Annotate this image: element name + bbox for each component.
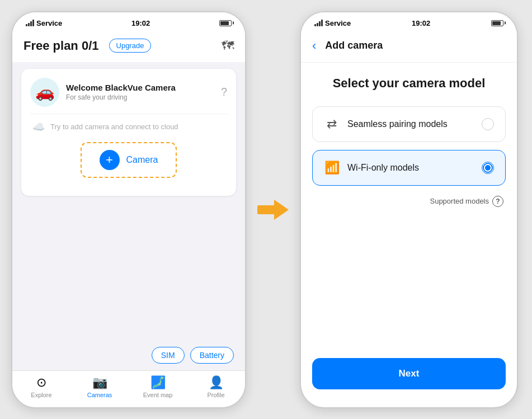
wifi-icon: 📶 xyxy=(324,161,340,175)
status-bar-1: Service 19:02 xyxy=(12,12,245,32)
add-camera-area: + Camera xyxy=(30,133,227,187)
welcome-left: 🚗 Welcome BlackVue Camera For safe your … xyxy=(30,78,176,107)
carrier-signal-1: Service xyxy=(26,19,62,27)
option-wifi[interactable]: 📶 Wi-Fi-only models xyxy=(312,150,506,186)
welcome-text: Welcome BlackVue Camera For safe your dr… xyxy=(66,83,176,101)
cloud-text: Try to add camera and connect to cloud xyxy=(50,123,178,131)
arrow-body xyxy=(257,205,274,214)
cameras-icon: 📷 xyxy=(92,375,107,390)
wifi-label: Wi-Fi-only models xyxy=(347,163,474,173)
upgrade-button[interactable]: Upgrade xyxy=(109,39,152,53)
tab-cameras[interactable]: 📷 Cameras xyxy=(70,375,129,398)
seamless-radio[interactable] xyxy=(482,118,494,130)
carrier-name-1: Service xyxy=(36,19,62,27)
tab-explore[interactable]: ⊙ Explore xyxy=(12,375,70,398)
wifi-radio-fill xyxy=(484,164,492,172)
signal-icon-2 xyxy=(314,20,323,26)
bottom-buttons: SIM Battery xyxy=(12,347,245,370)
carrier-name-2: Service xyxy=(325,19,351,27)
battery-status-1 xyxy=(219,20,232,26)
back-button[interactable]: ‹ xyxy=(312,39,316,53)
signal-icon xyxy=(26,20,34,26)
tab-explore-label: Explore xyxy=(31,392,51,398)
tab-event-map[interactable]: 🗾 Event map xyxy=(129,375,187,398)
tab-profile-label: Profile xyxy=(207,392,224,398)
screen1-body: Free plan 0/1 Upgrade 🗺 🚗 Welcome BlackV… xyxy=(12,32,245,370)
supported-models-help-icon[interactable]: ? xyxy=(492,196,503,207)
wifi-radio[interactable] xyxy=(482,162,494,174)
add-plus-icon: + xyxy=(100,150,120,170)
screen1-header: Free plan 0/1 Upgrade 🗺 xyxy=(12,32,245,62)
supported-models-row: Supported models ? xyxy=(312,196,503,207)
car-icon: 🚗 xyxy=(30,78,59,107)
time-1: 19:02 xyxy=(131,19,150,27)
time-2: 19:02 xyxy=(412,19,430,27)
tab-bar: ⊙ Explore 📷 Cameras 🗾 Event map 👤 Profil… xyxy=(12,370,245,407)
phone-screen-1: Service 19:02 Free plan 0/1 Upgrade 🗺 xyxy=(11,11,246,408)
battery-icon-2 xyxy=(491,20,503,26)
sim-button[interactable]: SIM xyxy=(152,347,185,364)
arrow-head xyxy=(274,200,289,220)
welcome-subtitle: For safe your driving xyxy=(66,93,176,101)
battery-status-2 xyxy=(491,20,503,26)
tab-cameras-label: Cameras xyxy=(87,392,112,398)
profile-icon: 👤 xyxy=(209,375,224,390)
phone-screen-2: Service 19:02 ‹ Add camera Select your c… xyxy=(300,11,518,408)
tab-profile[interactable]: 👤 Profile xyxy=(187,375,245,398)
add-camera-dashed-border[interactable]: + Camera xyxy=(81,142,177,178)
cloud-icon: ☁️ xyxy=(32,121,45,133)
plan-row: Free plan 0/1 Upgrade xyxy=(23,39,151,53)
seamless-label: Seamless pairing models xyxy=(347,119,474,129)
screen2-header: ‹ Add camera xyxy=(301,32,517,63)
tab-event-map-label: Event map xyxy=(143,392,173,398)
welcome-title: Welcome BlackVue Camera xyxy=(66,83,176,92)
option-seamless[interactable]: ⇄ Seamless pairing models xyxy=(312,106,506,142)
welcome-inner: 🚗 Welcome BlackVue Camera For safe your … xyxy=(30,78,227,107)
carrier-signal-2: Service xyxy=(314,19,351,27)
event-map-icon: 🗾 xyxy=(150,375,166,390)
camera-label: Camera xyxy=(126,155,158,165)
cloud-row: ☁️ Try to add camera and connect to clou… xyxy=(30,121,227,133)
next-button[interactable]: Next xyxy=(312,358,506,389)
help-icon[interactable]: ? xyxy=(221,86,227,98)
status-bar-2: Service 19:02 xyxy=(301,12,517,32)
battery-icon-1 xyxy=(219,20,232,26)
welcome-card: 🚗 Welcome BlackVue Camera For safe your … xyxy=(21,69,236,196)
divider xyxy=(30,114,227,114)
select-camera-title: Select your camera model xyxy=(312,76,506,91)
battery-button[interactable]: Battery xyxy=(190,347,234,364)
screen2-body: Select your camera model ⇄ Seamless pair… xyxy=(301,63,517,407)
seamless-icon: ⇄ xyxy=(324,117,340,131)
map-icon[interactable]: 🗺 xyxy=(222,39,234,53)
plan-title: Free plan 0/1 xyxy=(23,39,99,53)
arrow-container xyxy=(257,200,289,220)
screen2-header-title: Add camera xyxy=(325,40,383,51)
explore-icon: ⊙ xyxy=(36,375,46,390)
supported-models-label: Supported models xyxy=(430,197,489,205)
arrow-shape xyxy=(257,200,289,220)
